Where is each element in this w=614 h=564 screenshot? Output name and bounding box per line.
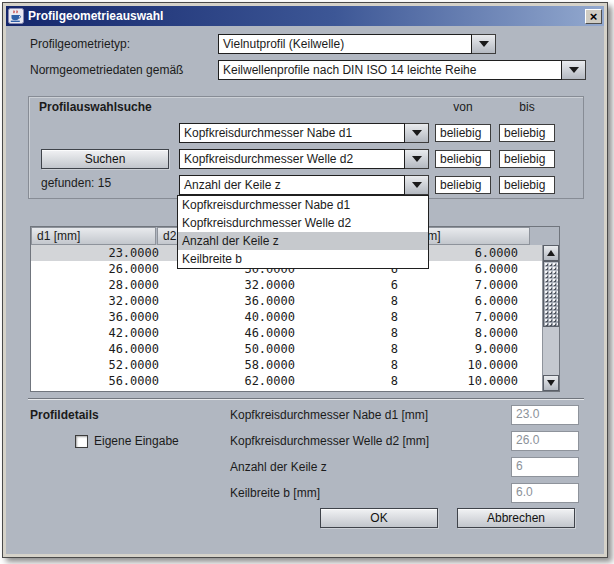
detail-d1-field[interactable]: 23.0 [511,405,579,425]
criterion-3-dropdown-button[interactable] [405,175,429,195]
details-separator [28,398,584,400]
detail-d2-label: Kopfkreisdurchmesser Welle d2 [mm] [230,431,429,451]
criterion-1-bis-input[interactable]: beliebig [499,124,555,142]
search-panel-title: Profilauswahlsuche [39,97,152,117]
cancel-button[interactable]: Abbrechen [457,508,575,528]
normgeometriedaten-label: Normgeometriedaten gemäß [30,60,183,80]
criterion-2-value: Kopfkreisdurchmesser Welle d2 [179,149,405,169]
detail-d1-label: Kopfkreisdurchmesser Nabe d1 [mm] [230,405,428,425]
detail-d2-field[interactable]: 26.0 [511,431,579,451]
dialog-window: Profilgeometrieauswahl × Profilgeometrie… [2,2,608,558]
profildetails-title: Profildetails [30,405,99,425]
detail-b-label: Keilbreite b [mm] [230,483,320,503]
scroll-down-button[interactable] [543,375,559,391]
java-coffee-icon [8,8,24,24]
profilgeometrietyp-value: Vielnutprofil (Keilwelle) [218,34,472,54]
ok-button[interactable]: OK [320,508,438,528]
criterion-2-bis-input[interactable]: beliebig [499,150,555,168]
table-row[interactable]: 46.000050.000089.0000 [31,341,559,357]
detail-b-field[interactable]: 6.0 [511,483,579,503]
eigene-eingabe-checkbox[interactable] [75,435,88,448]
popup-item[interactable]: Kopfkreisdurchmesser Welle d2 [178,214,428,232]
chevron-down-icon [412,130,422,136]
criterion-2-combobox[interactable]: Kopfkreisdurchmesser Welle d2 [179,149,429,169]
window-title: Profilgeometrieauswahl [28,9,163,23]
table-row[interactable]: 28.000032.000067.0000 [31,277,559,293]
table-row[interactable]: 42.000046.000088.0000 [31,325,559,341]
bis-column-header: bis [499,97,555,117]
profilgeometrietyp-combobox[interactable]: Vielnutprofil (Keilwelle) [218,34,496,54]
von-column-header: von [435,97,491,117]
popup-item[interactable]: Kopfkreisdurchmesser Nabe d1 [178,196,428,214]
title-bar[interactable]: Profilgeometrieauswahl × [6,6,604,26]
chevron-down-icon [569,67,579,73]
table-row[interactable]: 36.000040.000087.0000 [31,309,559,325]
detail-z-label: Anzahl der Keile z [230,457,327,477]
criterion-3-bis-input[interactable]: beliebig [499,176,555,194]
arrow-down-icon [547,380,555,386]
criterion-3-combobox[interactable]: Anzahl der Keile z [179,175,429,195]
chevron-down-icon [412,156,422,162]
scrollbar-thumb[interactable] [543,261,559,327]
column-header-d1[interactable]: d1 [mm] [31,227,156,245]
table-row[interactable]: 32.000036.000086.0000 [31,293,559,309]
normgeometriedaten-value: Keilwellenprofile nach DIN ISO 14 leicht… [218,60,562,80]
popup-item-selected[interactable]: Anzahl der Keile z [178,232,428,250]
gefunden-count-label: gefunden: 15 [41,173,111,193]
criterion-1-value: Kopfkreisdurchmesser Nabe d1 [179,123,405,143]
criterion-3-value: Anzahl der Keile z [179,175,405,195]
criterion-1-dropdown-button[interactable] [405,123,429,143]
criterion-2-von-input[interactable]: beliebig [435,150,491,168]
criterion-2-dropdown-button[interactable] [405,149,429,169]
vertical-scrollbar[interactable] [542,245,559,391]
popup-item[interactable]: Keilbreite b [178,250,428,268]
profilauswahlsuche-panel: Profilauswahlsuche von bis Suchen gefund… [28,96,584,199]
table-row[interactable]: 56.000062.0000810.0000 [31,373,559,389]
criterion-1-von-input[interactable]: beliebig [435,124,491,142]
close-icon[interactable]: × [585,9,602,24]
chevron-down-icon [479,41,489,47]
criterion-3-von-input[interactable]: beliebig [435,176,491,194]
arrow-up-icon [547,250,555,256]
profilgeometrietyp-dropdown-button[interactable] [472,34,496,54]
eigene-eingabe-label: Eigene Eingabe [94,431,179,451]
scroll-up-button[interactable] [543,245,559,261]
dialog-content: Profilgeometrietyp: Vielnutprofil (Keilw… [6,26,604,554]
profilgeometrietyp-label: Profilgeometrietyp: [30,34,130,54]
suchen-button[interactable]: Suchen [41,149,169,169]
normgeometriedaten-combobox[interactable]: Keilwellenprofile nach DIN ISO 14 leicht… [218,60,586,80]
detail-z-field[interactable]: 6 [511,457,579,477]
criterion-1-combobox[interactable]: Kopfkreisdurchmesser Nabe d1 [179,123,429,143]
normgeometriedaten-dropdown-button[interactable] [562,60,586,80]
chevron-down-icon [412,182,422,188]
criterion-dropdown-popup: Kopfkreisdurchmesser Nabe d1 Kopfkreisdu… [177,195,429,269]
table-row[interactable]: 52.000058.0000810.0000 [31,357,559,373]
